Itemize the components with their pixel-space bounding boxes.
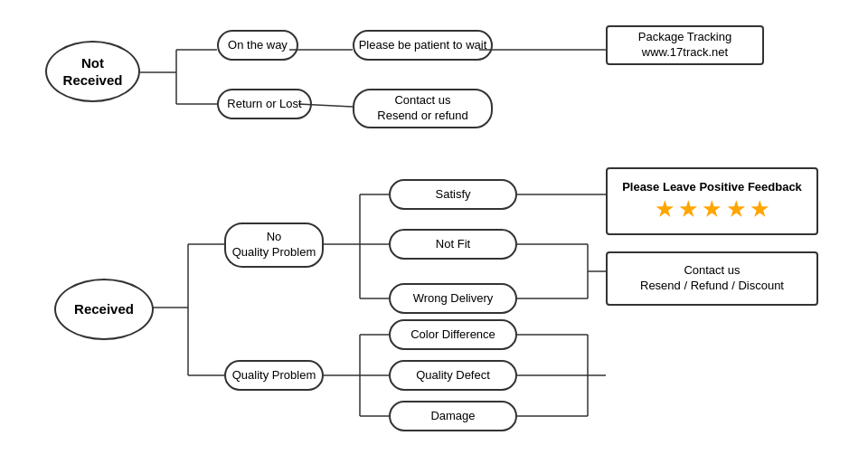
- quality-defect-node: Quality Defect: [389, 360, 517, 391]
- on-the-way-node: On the way: [217, 30, 298, 61]
- contact-resend-discount-node: Contact us Resend / Refund / Discount: [606, 251, 818, 306]
- return-or-lost-node: Return or Lost: [217, 89, 312, 119]
- satisfy-node: Satisfy: [389, 179, 517, 210]
- patient-wait-node: Please be patient to wait: [353, 30, 493, 61]
- not-received-node: Not Received: [45, 41, 140, 102]
- color-difference-node: Color Difference: [389, 319, 517, 350]
- positive-feedback-node: Please Leave Positive Feedback ★ ★ ★ ★ ★: [606, 167, 818, 235]
- damage-node: Damage: [389, 401, 517, 431]
- package-tracking-node: Package Tracking www.17track.net: [606, 25, 764, 65]
- received-node: Received: [54, 279, 154, 340]
- not-fit-node: Not Fit: [389, 229, 517, 260]
- contact-resend-refund-node: Contact us Resend or refund: [353, 89, 493, 128]
- quality-problem-node: Quality Problem: [224, 360, 324, 391]
- wrong-delivery-node: Wrong Delivery: [389, 283, 517, 314]
- no-quality-problem-node: No Quality Problem: [224, 223, 324, 268]
